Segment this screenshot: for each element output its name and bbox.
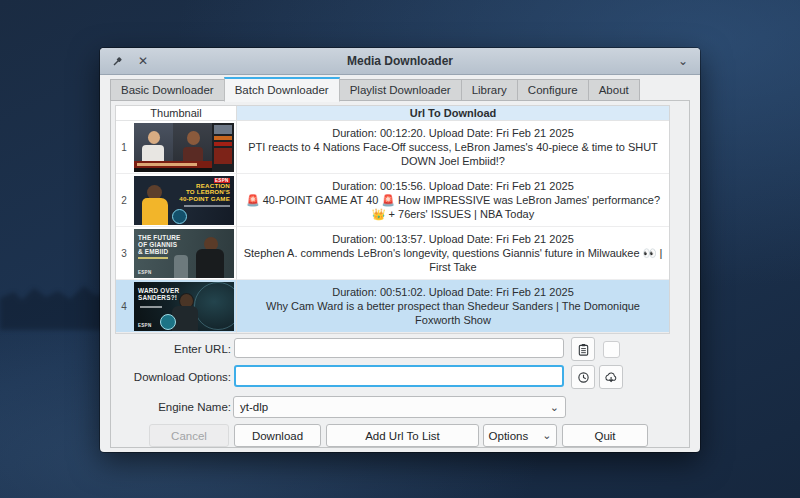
monitor-clipboard-checkbox[interactable] bbox=[603, 341, 620, 358]
paste-clipboard-button[interactable] bbox=[571, 337, 595, 361]
video-thumbnail-lebron-reaction: REACTION TO LEBRON'S 40-POINT GAME ESPN bbox=[134, 176, 234, 225]
chevron-down-icon: ⌄ bbox=[550, 401, 559, 414]
nba-today-badge bbox=[172, 209, 187, 224]
window-title: Media Downloader bbox=[100, 54, 700, 68]
table-row[interactable]: 3 THE FUTURE OF GIANNIS & EMBIID ESPN bbox=[116, 227, 669, 280]
tab-batch-downloader[interactable]: Batch Downloader bbox=[224, 77, 340, 102]
row-number: 1 bbox=[116, 121, 132, 174]
video-title: 🚨 40-POINT GAME AT 40 🚨 How IMPRESSIVE w… bbox=[243, 193, 663, 222]
tab-playlist-downloader[interactable]: Playlist Downloader bbox=[340, 79, 461, 101]
options-button-label: Options bbox=[489, 430, 529, 442]
close-icon[interactable]: ✕ bbox=[136, 54, 150, 68]
download-options-preset-button[interactable] bbox=[599, 365, 623, 389]
thumbnail-cell: THE FUTURE OF GIANNIS & EMBIID ESPN bbox=[132, 227, 236, 280]
batch-downloader-pane: Thumbnail Url To Download 1 bbox=[110, 100, 690, 448]
history-clock-icon bbox=[577, 371, 590, 384]
row-number: 4 bbox=[116, 280, 132, 333]
column-header-thumbnail[interactable]: Thumbnail bbox=[116, 106, 237, 120]
desktop-background: ✕ Media Downloader ⌄ Basic Downloader Ba… bbox=[0, 0, 800, 498]
tab-configure[interactable]: Configure bbox=[517, 79, 588, 101]
row-number: 2 bbox=[116, 174, 132, 227]
table-row[interactable]: 1 Duration: 00: bbox=[116, 121, 669, 174]
engine-name-label: Engine Name: bbox=[111, 396, 231, 418]
column-header-url[interactable]: Url To Download bbox=[237, 106, 669, 120]
enter-url-label: Enter URL: bbox=[111, 338, 231, 360]
table-header-row: Thumbnail Url To Download bbox=[116, 106, 669, 121]
options-menu-button[interactable]: Options ⌄ bbox=[483, 424, 557, 447]
video-thumbnail-ward-sanders: WARD OVER SANDERS?! ESPN bbox=[134, 282, 234, 331]
thumbnail-headline: WARD OVER SANDERS?! bbox=[138, 287, 179, 301]
tab-basic-downloader[interactable]: Basic Downloader bbox=[110, 79, 224, 101]
download-button[interactable]: Download bbox=[234, 424, 321, 447]
engine-name-select[interactable]: yt-dlp ⌄ bbox=[233, 396, 566, 418]
url-cell: Duration: 00:51:02. Upload Date: Fri Feb… bbox=[236, 280, 669, 333]
cloud-download-icon bbox=[604, 371, 618, 384]
espn-logo: ESPN bbox=[138, 323, 151, 328]
download-options-label: Download Options: bbox=[111, 366, 231, 388]
url-cell: Duration: 00:13:57. Upload Date: Fri Feb… bbox=[236, 227, 669, 280]
video-meta: Duration: 00:13:57. Upload Date: Fri Feb… bbox=[332, 232, 574, 246]
pin-icon[interactable] bbox=[110, 54, 124, 68]
download-options-input[interactable] bbox=[234, 365, 564, 387]
quit-button[interactable]: Quit bbox=[562, 424, 648, 447]
shade-window-icon[interactable]: ⌄ bbox=[676, 54, 690, 68]
table-row-selected[interactable]: 4 WARD OVER SANDERS?! ESPN bbox=[116, 280, 669, 333]
clipboard-icon bbox=[577, 343, 590, 356]
tab-about[interactable]: About bbox=[588, 79, 640, 101]
thumbnail-cell: REACTION TO LEBRON'S 40-POINT GAME ESPN bbox=[132, 174, 236, 227]
cancel-button[interactable]: Cancel bbox=[149, 424, 229, 447]
video-meta: Duration: 00:51:02. Upload Date: Fri Feb… bbox=[332, 285, 574, 299]
espn-logo: ESPN bbox=[214, 178, 230, 183]
options-history-button[interactable] bbox=[571, 365, 595, 389]
video-title: Stephen A. commends LeBron's longevity, … bbox=[243, 246, 663, 275]
download-list-table: Thumbnail Url To Download 1 bbox=[115, 105, 670, 334]
table-row[interactable]: 2 REACTION TO LEBRON'S 40-POINT GAME ESP… bbox=[116, 174, 669, 227]
video-meta: Duration: 00:15:56. Upload Date: Fri Feb… bbox=[332, 179, 574, 193]
add-url-to-list-button[interactable]: Add Url To List bbox=[326, 424, 479, 447]
video-thumbnail-pti bbox=[134, 123, 234, 172]
video-title: PTI reacts to 4 Nations Face-Off success… bbox=[243, 140, 663, 169]
thumbnail-cell bbox=[132, 121, 236, 174]
video-thumbnail-giannis-embiid: THE FUTURE OF GIANNIS & EMBIID ESPN bbox=[134, 229, 234, 278]
tab-bar: Basic Downloader Batch Downloader Playli… bbox=[110, 79, 640, 101]
app-window: ✕ Media Downloader ⌄ Basic Downloader Ba… bbox=[100, 48, 700, 452]
thumbnail-headline: REACTION TO LEBRON'S 40-POINT GAME bbox=[179, 183, 230, 204]
thumbnail-cell: WARD OVER SANDERS?! ESPN bbox=[132, 280, 236, 333]
espn-logo: ESPN bbox=[138, 270, 151, 275]
chevron-down-icon: ⌄ bbox=[542, 429, 551, 442]
engine-name-value: yt-dlp bbox=[240, 401, 268, 413]
url-cell: Duration: 00:12:20. Upload Date: Fri Feb… bbox=[236, 121, 669, 174]
row-number: 3 bbox=[116, 227, 132, 280]
tab-library[interactable]: Library bbox=[461, 79, 517, 101]
show-badge bbox=[160, 314, 176, 330]
enter-url-input[interactable] bbox=[234, 338, 564, 358]
video-meta: Duration: 00:12:20. Upload Date: Fri Feb… bbox=[332, 126, 574, 140]
video-title: Why Cam Ward is a better prospect than S… bbox=[243, 299, 663, 328]
url-cell: Duration: 00:15:56. Upload Date: Fri Feb… bbox=[236, 174, 669, 227]
titlebar[interactable]: ✕ Media Downloader ⌄ bbox=[100, 48, 700, 75]
thumbnail-headline: THE FUTURE OF GIANNIS & EMBIID bbox=[138, 234, 180, 256]
